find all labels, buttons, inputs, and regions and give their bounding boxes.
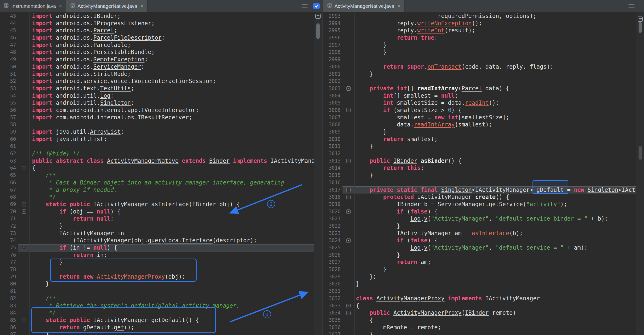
line-number[interactable]: 59: [0, 128, 18, 136]
line-number[interactable]: 85: [0, 316, 18, 324]
code-line-55[interactable]: 55import android.util.Singleton;: [0, 99, 314, 107]
code-line-86[interactable]: 86 return gDefault.get();: [0, 324, 314, 331]
code-line-3007[interactable]: 3007 smallest = new int[smallestSize];: [323, 114, 636, 121]
line-number[interactable]: 54: [0, 92, 18, 100]
line-number[interactable]: 62: [0, 150, 18, 157]
code-line-3027[interactable]: 3027 return am;: [323, 258, 636, 266]
fold-collapse-icon[interactable]: -: [346, 108, 350, 112]
code-line-3013[interactable]: 3013- public IBinder asBinder() {: [323, 157, 636, 165]
line-number[interactable]: 3023: [323, 230, 342, 237]
code-line-2997[interactable]: 2997 }: [323, 42, 636, 49]
code-line-3036[interactable]: 3036 mRemote = remote;: [323, 324, 636, 331]
line-number[interactable]: 3016: [323, 179, 342, 186]
code-line-3020[interactable]: 3020- if (false) {: [323, 208, 636, 215]
line-number[interactable]: 3015: [323, 172, 342, 179]
line-number[interactable]: 43: [0, 13, 18, 20]
editor-menu-icon[interactable]: [628, 3, 634, 10]
line-number[interactable]: 3014: [323, 164, 342, 172]
line-number[interactable]: 48: [0, 49, 18, 56]
line-number[interactable]: 45: [0, 27, 18, 34]
code-line-70[interactable]: 70- if (obj == null) {: [0, 208, 314, 215]
line-number[interactable]: 53: [0, 85, 18, 92]
line-number[interactable]: 3009: [323, 128, 342, 136]
tab-activitymanagernative-java-right[interactable]: J ActivityManagerNative.java ×: [323, 0, 404, 12]
code-line-72[interactable]: 72 }: [0, 222, 314, 230]
line-number[interactable]: 67: [0, 186, 18, 194]
fold-collapse-icon[interactable]: -: [346, 195, 350, 199]
code-line-51[interactable]: 51import android.os.StrictMode;: [0, 71, 314, 78]
line-number[interactable]: 3004: [323, 92, 342, 100]
line-number[interactable]: 2994: [323, 20, 342, 27]
code-line-61[interactable]: 61: [0, 143, 314, 150]
close-icon[interactable]: ×: [59, 3, 62, 9]
line-number[interactable]: 61: [0, 143, 18, 150]
line-number[interactable]: 68: [0, 193, 18, 201]
code-line-48[interactable]: 48import android.os.PersistableBundle;: [0, 49, 314, 56]
code-line-3034[interactable]: 3034- public ActivityManagerProxy(IBinde…: [323, 309, 636, 316]
code-line-47[interactable]: 47import android.os.Parcelable;: [0, 42, 314, 49]
line-number[interactable]: 73: [0, 230, 18, 237]
editor-menu-icon[interactable]: [302, 3, 308, 10]
fold-collapse-icon[interactable]: -: [22, 209, 26, 214]
close-icon[interactable]: ×: [140, 3, 144, 9]
code-line-3005[interactable]: 3005 int smallestSize = data.readInt();: [323, 99, 636, 107]
code-line-68[interactable]: 68 */: [0, 193, 314, 201]
code-line-73[interactable]: 73 IActivityManager in =: [0, 230, 314, 237]
code-line-3017[interactable]: 3017- private static final Singleton<IAc…: [323, 186, 636, 194]
fold-collapse-icon[interactable]: -: [346, 238, 350, 243]
code-line-77[interactable]: 77 }: [0, 258, 314, 266]
code-line-75[interactable]: 75- if (in != null) {: [0, 244, 314, 251]
scrollbar-thumb[interactable]: [316, 23, 320, 39]
line-number[interactable]: 3034: [323, 309, 342, 316]
fold-collapse-icon[interactable]: -: [22, 166, 26, 170]
line-number[interactable]: 81: [0, 287, 18, 295]
code-line-2995[interactable]: 2995 reply.writeInt(result);: [323, 27, 636, 34]
code-line-3016[interactable]: 3016: [323, 179, 636, 186]
line-number[interactable]: 66: [0, 179, 18, 186]
code-line-49[interactable]: 49import android.os.RemoteException;: [0, 56, 314, 63]
line-number[interactable]: 56: [0, 107, 18, 114]
line-number[interactable]: 3006: [323, 107, 342, 114]
code-line-3011[interactable]: 3011 }: [323, 143, 636, 150]
code-line-3003[interactable]: 3003- private int[] readIntArray(Parcel …: [323, 85, 636, 92]
code-line-54[interactable]: 54import android.util.Log;: [0, 92, 314, 100]
line-number[interactable]: 3019: [323, 201, 342, 208]
line-number[interactable]: 3008: [323, 121, 342, 128]
code-line-57[interactable]: 57import com.android.internal.os.IResult…: [0, 114, 314, 121]
line-number[interactable]: 2995: [323, 27, 342, 34]
code-line-3028[interactable]: 3028 }: [323, 266, 636, 273]
code-line-45[interactable]: 45import android.os.Parcel;: [0, 27, 314, 34]
code-line-74[interactable]: 74 (IActivityManager)obj.queryLocalInter…: [0, 237, 314, 244]
line-number[interactable]: 76: [0, 251, 18, 259]
code-line-46[interactable]: 46import android.os.ParcelFileDescriptor…: [0, 34, 314, 42]
line-number[interactable]: 3007: [323, 114, 342, 121]
line-number[interactable]: 83: [0, 302, 18, 309]
line-number[interactable]: 3010: [323, 136, 342, 143]
line-number[interactable]: 55: [0, 99, 18, 107]
code-line-3029[interactable]: 3029 };: [323, 273, 636, 280]
code-line-3032[interactable]: 3032class ActivityManagerProxy implement…: [323, 295, 636, 302]
line-number[interactable]: 51: [0, 71, 18, 78]
code-line-82[interactable]: 82 /**: [0, 295, 314, 302]
line-number[interactable]: 3021: [323, 215, 342, 222]
code-line-3030[interactable]: 3030}: [323, 280, 636, 287]
line-number[interactable]: 3020: [323, 208, 342, 215]
code-line-3023[interactable]: 3023 IActivityManager am = asInterface(b…: [323, 230, 636, 237]
line-number[interactable]: 87: [0, 331, 18, 335]
line-number[interactable]: 3027: [323, 258, 342, 266]
line-number[interactable]: 3024: [323, 237, 342, 244]
code-line-76[interactable]: 76 return in;: [0, 251, 314, 259]
line-number[interactable]: 3029: [323, 273, 342, 280]
line-number[interactable]: 3011: [323, 143, 342, 150]
code-line-3000[interactable]: 3000 return super.onTransact(code, data,…: [323, 63, 636, 71]
code-line-81[interactable]: 81: [0, 287, 314, 295]
fold-collapse-icon[interactable]: -: [346, 209, 350, 214]
line-number[interactable]: 86: [0, 324, 18, 331]
line-number[interactable]: 3012: [323, 150, 342, 157]
line-number[interactable]: 3026: [323, 251, 342, 259]
line-number[interactable]: 3001: [323, 71, 342, 78]
fold-collapse-icon[interactable]: -: [22, 202, 26, 206]
code-line-3018[interactable]: 3018- protected IActivityManager create(…: [323, 193, 636, 201]
code-line-3019[interactable]: 3019 IBinder b = ServiceManager.getServi…: [323, 201, 636, 208]
line-number[interactable]: 3037: [323, 331, 342, 335]
